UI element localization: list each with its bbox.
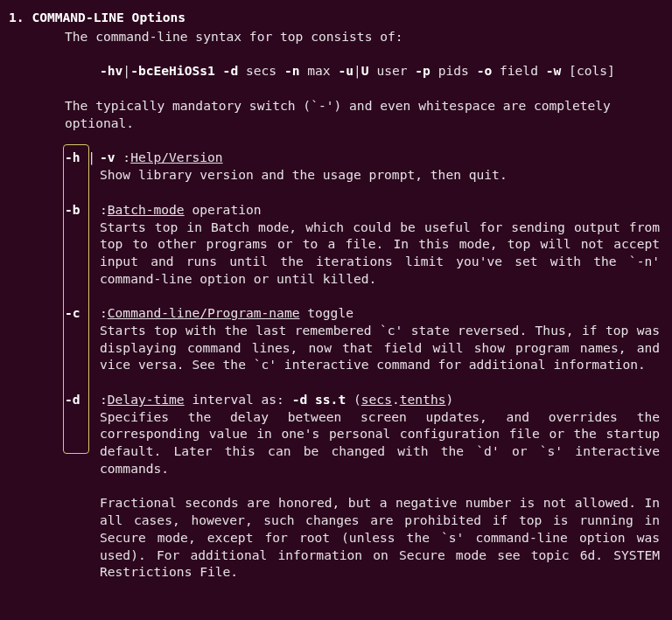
option-body: :Command-line/Program-name toggle Starts… (100, 304, 660, 373)
mandatory-note: The typically mandatory switch (`-') and… (9, 97, 660, 131)
option-d: -d :Delay-time interval as: -d ss.t (sec… (65, 391, 660, 581)
syntax-line: -hv|-bcEeHiOSs1 -d secs -n max -u|U user… (9, 62, 660, 80)
option-desc: Starts top in Batch mode, which could be… (100, 219, 660, 288)
intro-line: The command-line syntax for top consists… (9, 28, 660, 45)
section-number: 1. (9, 10, 24, 24)
option-body: -v :Help/Version Show library version an… (100, 149, 660, 183)
option-flag: -b (65, 201, 100, 287)
option-desc: Starts top with the last remembered `c' … (100, 322, 660, 373)
option-flag: -c (65, 304, 100, 373)
option-body: :Delay-time interval as: -d ss.t (secs.t… (100, 391, 660, 581)
option-title: -v :Help/Version (100, 149, 660, 166)
option-body: :Batch-mode operation Starts top in Batc… (100, 201, 660, 287)
option-flag: -d (65, 391, 100, 581)
option-b: -b :Batch-mode operation Starts top in B… (65, 201, 660, 287)
option-title: :Batch-mode operation (100, 201, 660, 219)
man-page: 1. COMMAND-LINE Options The command-line… (0, 0, 672, 589)
option-desc: Specifies the delay between screen updat… (100, 408, 660, 477)
section-heading: 1. COMMAND-LINE Options (9, 9, 660, 26)
option-title: :Delay-time interval as: -d ss.t (secs.t… (100, 391, 660, 408)
option-c: -c :Command-line/Program-name toggle Sta… (65, 304, 660, 373)
section-title: COMMAND-LINE Options (32, 10, 186, 24)
option-title: :Command-line/Program-name toggle (100, 304, 660, 322)
option-desc: Show library version and the usage promp… (100, 166, 660, 184)
option-desc-2: Fractional seconds are honored, but a ne… (100, 494, 660, 580)
options-list: -h | -v :Help/Version Show library versi… (9, 149, 660, 580)
option-h: -h | -v :Help/Version Show library versi… (65, 149, 660, 183)
option-flag: -h | (65, 149, 100, 183)
